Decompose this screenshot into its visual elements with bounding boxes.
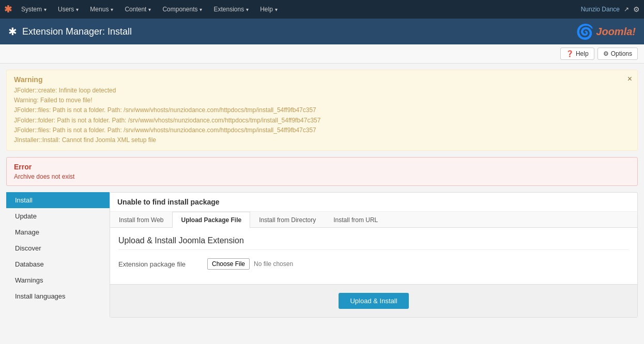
menus-menu-label: Menus [90,6,109,13]
layout: Install Update Manage Discover Database … [6,192,638,318]
external-link-icon: ↗ [624,6,629,13]
file-name-display: No file chosen [254,260,293,268]
tab-upload-package-file[interactable]: Upload Package File [172,212,250,228]
components-menu-chevron: ▾ [200,7,202,12]
sidebar-item-update-label: Update [15,212,37,220]
system-menu-chevron: ▾ [44,7,47,12]
navbar: ✱ System ▾ Users ▾ Menus ▾ Content ▾ Com… [0,0,644,19]
help-menu[interactable]: Help ▾ [255,0,283,19]
content-menu-label: Content [125,6,146,13]
options-button-label: Options [611,50,632,57]
sidebar-item-warnings[interactable]: Warnings [6,272,110,288]
users-menu-chevron: ▾ [76,7,79,12]
page-title: Extension Manager: Install [22,26,571,37]
settings-icon[interactable]: ⚙ [633,5,640,13]
sidebar-item-install[interactable]: Install [6,192,110,208]
tab-install-from-directory[interactable]: Install from Directory [250,212,325,228]
warning-title: Warning [14,75,630,84]
header-bar: ✱ Extension Manager: Install 🌀 Joomla! [0,19,644,44]
help-button[interactable]: ❓ Help [560,48,594,60]
extensions-menu-chevron: ▾ [246,7,249,12]
help-menu-label: Help [260,6,273,13]
joomla-nav-icon: ✱ [4,4,12,15]
users-menu[interactable]: Users ▾ [53,0,84,19]
options-icon: ⚙ [603,50,609,57]
tab-install-from-web-label: Install from Web [119,216,163,224]
upload-section: Upload & Install [110,284,637,317]
sidebar-item-update[interactable]: Update [6,208,110,224]
extension-manager-icon: ✱ [8,25,17,38]
joomla-brand-text: Joomla! [596,26,636,38]
choose-file-button[interactable]: Choose File [207,258,250,270]
content-panel: Unable to find install package Install f… [110,192,638,318]
sidebar: Install Update Manage Discover Database … [6,192,110,318]
warning-line-5: JFolder::files: Path is not a folder. Pa… [14,126,630,135]
warning-line-4: JFolder::folder: Path is not a folder. P… [14,116,630,126]
tab-upload-package-file-label: Upload Package File [181,216,241,224]
extensions-menu[interactable]: Extensions ▾ [208,0,254,19]
help-menu-chevron: ▾ [275,7,278,12]
navbar-items: System ▾ Users ▾ Menus ▾ Content ▾ Compo… [16,0,581,19]
content-menu-chevron: ▾ [148,7,151,12]
warning-alert: × Warning JFolder::create: Infinite loop… [6,70,638,151]
sidebar-item-database[interactable]: Database [6,256,110,272]
file-input-label: Extension package file [118,260,201,268]
choose-file-label: Choose File [212,260,245,268]
extensions-menu-label: Extensions [213,6,244,13]
sidebar-item-discover-label: Discover [15,244,41,252]
sidebar-item-database-label: Database [15,260,44,268]
main-content: × Warning JFolder::create: Infinite loop… [0,64,644,324]
upload-install-button[interactable]: Upload & Install [339,293,408,309]
warning-close-button[interactable]: × [627,74,632,84]
warning-line-3: JFolder::files: Path is not a folder. Pa… [14,105,630,115]
tab-install-from-url[interactable]: Install from URL [325,212,387,228]
warning-line-6: JInstaller::Install: Cannot find Joomla … [14,135,630,145]
tab-install-from-url-label: Install from URL [333,216,378,224]
sidebar-item-manage-label: Manage [15,228,39,236]
file-input-row: Extension package file Choose File No fi… [118,258,629,270]
sidebar-item-install-languages[interactable]: Install languages [6,288,110,304]
menus-menu[interactable]: Menus ▾ [85,0,118,19]
system-menu-label: System [21,6,42,13]
sidebar-item-install-label: Install [15,196,33,204]
tab-install-from-directory-label: Install from Directory [259,216,316,224]
content-menu[interactable]: Content ▾ [119,0,156,19]
joomla-brand-icon: 🌀 [576,23,594,40]
form-area: Upload & Install Joomla Extension Extens… [110,228,637,284]
sidebar-item-manage[interactable]: Manage [6,224,110,240]
error-alert: Error Archive does not exist [6,157,638,186]
content-header: Unable to find install package [110,193,637,212]
help-icon: ❓ [566,50,574,57]
toolbar: ❓ Help ⚙ Options [0,44,644,64]
form-section-title: Upload & Install Joomla Extension [118,236,629,250]
components-menu[interactable]: Components ▾ [157,0,207,19]
tab-install-from-web[interactable]: Install from Web [110,212,172,228]
error-title: Error [14,163,630,171]
menus-menu-chevron: ▾ [111,7,113,12]
file-input-wrapper: Choose File No file chosen [207,258,293,270]
components-menu-label: Components [162,6,197,13]
warning-line-2: Warning: Failed to move file! [14,96,630,105]
options-button[interactable]: ⚙ Options [597,48,638,60]
navbar-right: Nunzio Dance ↗ ⚙ [581,5,640,13]
help-button-label: Help [576,50,589,57]
sidebar-item-install-languages-label: Install languages [15,292,66,300]
sidebar-item-warnings-label: Warnings [15,276,43,284]
upload-install-label: Upload & Install [350,297,397,305]
joomla-logo: 🌀 Joomla! [576,23,636,40]
system-menu[interactable]: System ▾ [16,0,52,19]
user-link[interactable]: Nunzio Dance [581,6,620,13]
tabs: Install from Web Upload Package File Ins… [110,212,637,228]
error-message: Archive does not exist [14,173,630,180]
users-menu-label: Users [58,6,74,13]
sidebar-item-discover[interactable]: Discover [6,240,110,256]
warning-line-1: JFolder::create: Infinite loop detected [14,86,630,96]
